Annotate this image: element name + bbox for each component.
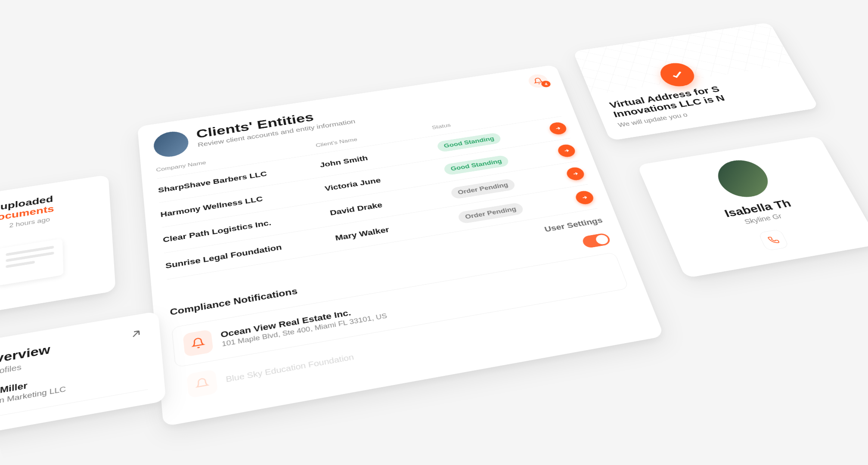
row-open-button[interactable] (574, 190, 595, 205)
notification-count-badge: 4 (540, 80, 552, 88)
check-icon (667, 68, 687, 81)
row-open-button[interactable] (556, 143, 577, 158)
phone-icon (767, 235, 780, 245)
bell-icon (186, 369, 218, 398)
document-illustration (0, 222, 99, 304)
external-link-button[interactable] (128, 327, 144, 341)
status-badge: Good Standing (436, 132, 502, 152)
status-badge: Order Pending (450, 178, 516, 199)
external-link-icon (128, 327, 144, 341)
upload-card: Client uploaded new documents 2 hours ag… (0, 174, 116, 319)
compliance-toggle[interactable] (581, 232, 611, 248)
profile-avatar[interactable] (711, 157, 775, 201)
bell-icon (183, 329, 214, 357)
call-button[interactable] (758, 229, 789, 251)
virtual-address-card: Virtual Address for S Innovations LLC is… (573, 22, 819, 141)
arrow-right-icon (571, 171, 580, 177)
user-avatar[interactable] (152, 130, 189, 159)
arrow-right-icon (580, 195, 589, 201)
profile-card: Isabella Th Skyline Gr (637, 136, 868, 278)
entities-card: Clients' Entities Review client accounts… (137, 65, 664, 427)
status-badge: Order Pending (457, 202, 524, 224)
arrow-right-icon (554, 126, 562, 131)
row-open-button[interactable] (548, 121, 568, 136)
ghost-company: Blue Sky Education Foundation (225, 353, 354, 384)
success-badge (656, 61, 699, 89)
overview-card: Clients' Overview Organize client profil… (0, 311, 166, 448)
row-open-button[interactable] (565, 166, 586, 181)
status-badge: Good Standing (443, 155, 510, 175)
arrow-right-icon (563, 148, 570, 154)
notifications-button[interactable]: 4 (527, 73, 550, 89)
